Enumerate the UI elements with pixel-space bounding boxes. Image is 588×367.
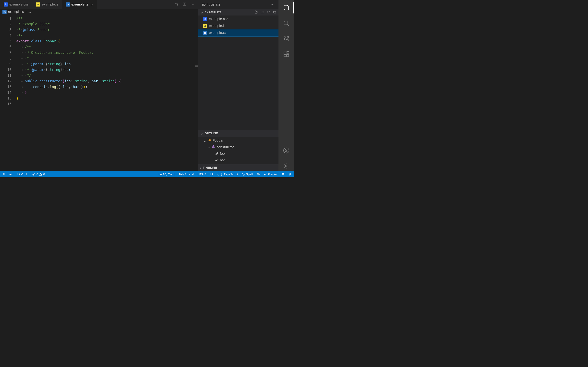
code-line[interactable]: ⇥ ·*·@param·{string}·foo [16,61,194,67]
chevron-down-icon[interactable] [207,145,210,150]
code-line[interactable]: ⇥ } [16,90,194,95]
outline-item-bar[interactable]: bar [198,157,278,164]
section-examples-header[interactable]: EXAMPLES [198,9,278,16]
line-number-gutter: 12345678910111213141516 [0,16,16,171]
breadcrumb-rest: ... [28,10,31,14]
tab-bar: example.cssexample.jsexample.ts× ⋯ [0,0,198,9]
status-encoding[interactable]: UTF-8 [198,173,206,176]
new-file-icon[interactable] [254,10,258,15]
code-line[interactable]: /** [16,16,194,21]
tab-label: example.ts [71,2,88,7]
new-folder-icon[interactable] [260,10,264,15]
status-problems[interactable]: 0 0 [32,173,45,176]
activity-search[interactable] [281,18,291,28]
activity-source-control[interactable] [281,34,291,44]
file-row-example-css[interactable]: example.css [198,16,278,22]
outline-tree: Foobarconstructorfoobar [198,137,278,164]
status-bell-icon[interactable] [288,173,292,176]
section-timeline-header[interactable]: TIMELINE [198,164,278,171]
chevron-down-icon[interactable] [203,138,207,143]
file-name: example.ts [209,31,226,35]
close-icon[interactable]: × [91,2,93,7]
collapse-all-icon[interactable] [273,10,277,15]
line-number: 2 [0,21,11,27]
section-outline-header[interactable]: OUTLINE [198,130,278,137]
tab-example-ts[interactable]: example.ts× [62,0,97,9]
js-file-icon [36,2,40,7]
js-file-icon [203,24,207,28]
explorer-title-bar: EXPLORER ⋯ [198,0,278,9]
section-timeline-label: TIMELINE [203,166,217,169]
status-bar: main 0↓ 1↑ 0 0 Ln 16, Col 1 Tab Size: 4 … [0,171,294,177]
line-number: 9 [0,61,11,67]
chevron-down-icon [200,131,204,136]
code-line[interactable]: ⇥ ·*·Creates·an·instance·of·Foobar. [16,50,194,55]
activity-extensions[interactable] [281,49,291,59]
outline-label: constructor [217,145,234,149]
activity-explorer[interactable] [281,3,291,13]
svg-point-14 [284,36,285,38]
outline-label: bar [220,158,225,162]
code-line[interactable]: ⇥ /** [16,44,194,50]
status-language[interactable]: { } TypeScript [217,172,238,176]
code-line[interactable]: ·*·Example·JSDoc [16,21,194,27]
code-line[interactable] [16,101,194,107]
refresh-icon[interactable] [267,10,270,15]
outline-item-foo[interactable]: foo [198,150,278,157]
symbol-class-icon [208,138,211,143]
status-feedback-icon[interactable] [281,173,285,176]
tab-label: example.js [42,2,58,7]
css-file-icon [4,2,8,7]
tab-example-css[interactable]: example.css [0,0,32,9]
code-line[interactable]: ⇥ ·*/ [16,73,194,78]
file-row-example-js[interactable]: example.js [198,22,278,29]
code-line[interactable]: ⇥ ·* [16,55,194,61]
tab-example-js[interactable]: example.js [32,0,62,9]
code-line[interactable]: ⇥ ·*·@param·{string}·bar [16,67,194,73]
symbol-method-icon [212,145,215,150]
breadcrumb[interactable]: example.ts › ... [0,9,198,16]
file-name: example.css [209,17,228,21]
svg-rect-9 [209,139,211,140]
svg-point-35 [259,174,259,175]
css-file-icon [203,17,207,21]
compare-changes-icon[interactable] [175,2,179,7]
svg-rect-18 [284,54,286,57]
minimap-thumb[interactable] [195,66,198,67]
status-sync[interactable]: 0↓ 1↑ [17,173,29,176]
symbol-field-icon [215,158,219,163]
code-editor[interactable]: 12345678910111213141516 /**·*·Example·JS… [0,16,198,171]
svg-point-1 [177,4,178,6]
code-line[interactable]: ·*·@class·Foobar [16,27,194,33]
activity-settings[interactable] [281,161,291,171]
svg-point-34 [258,174,258,175]
code-line[interactable]: export·class·Foobar·{ [16,38,194,44]
more-actions-icon[interactable]: ⋯ [190,2,194,7]
code-content[interactable]: /**·*·Example·JSDoc·*·@class·Foobar·*/ex… [16,16,194,171]
status-branch[interactable]: main [2,173,13,176]
outline-item-constructor[interactable]: constructor [198,144,278,150]
status-copilot[interactable] [256,172,260,176]
code-line[interactable]: ·*/ [16,33,194,38]
svg-point-16 [287,36,289,38]
split-editor-icon[interactable] [182,2,187,7]
activity-accounts[interactable] [281,146,291,155]
status-spell[interactable]: Spell [242,173,252,176]
activity-bar [278,0,294,171]
minimap[interactable] [194,16,198,171]
status-prettier[interactable]: Prettier [264,173,278,176]
line-number: 12 [0,78,11,84]
file-row-example-ts[interactable]: example.ts [198,29,278,36]
code-line[interactable]: } [16,95,194,101]
section-examples-label: EXAMPLES [205,11,221,14]
code-line[interactable]: ⇥ ⇥ console.log({·foo,·bar·}); [16,84,194,90]
file-tree: example.cssexample.jsexample.ts [198,16,278,130]
status-eol[interactable]: LF [210,173,214,176]
file-name: example.js [209,24,225,28]
status-cursor-position[interactable]: Ln 16, Col 1 [158,173,175,176]
more-actions-icon[interactable]: ⋯ [270,2,275,7]
code-line[interactable]: ⇥ public·constructor(foo:·string,·bar:·s… [16,78,194,84]
outline-item-Foobar[interactable]: Foobar [198,137,278,144]
status-tab-size[interactable]: Tab Size: 4 [179,173,194,176]
breadcrumb-separator: › [26,10,26,14]
